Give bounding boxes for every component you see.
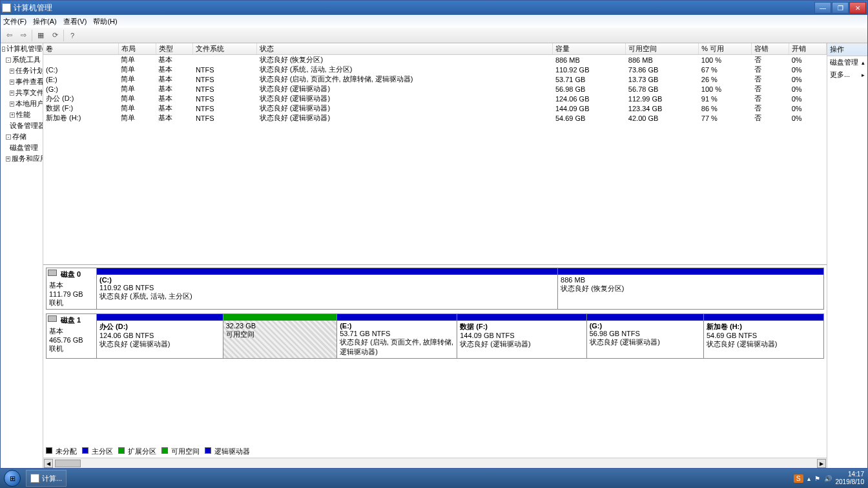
legend-item: 未分配 [46,447,77,456]
start-button[interactable]: ⊞ [0,469,25,488]
tree-toggle-icon[interactable]: - [2,47,5,52]
column-header[interactable]: 容错 [752,43,789,55]
tree-node[interactable]: +性能 [1,109,43,120]
tree-node[interactable]: -存储 [1,131,43,142]
partition-title: 数据 (F:) [460,323,488,330]
tree-toggle-icon[interactable]: + [6,156,10,162]
cell: (G:) [43,84,118,94]
disk-icon [48,315,57,322]
help-icon[interactable]: ? [67,30,78,41]
tree-node[interactable]: +服务和应用程 [1,153,43,164]
tree-toggle-icon[interactable]: - [6,58,11,63]
column-header[interactable]: % 可用 [699,43,752,55]
scroll-thumb[interactable] [55,460,81,467]
cell: 0% [789,84,827,94]
scroll-right-icon[interactable]: ▶ [817,459,826,468]
volume-row[interactable]: (E:)简单基本NTFS状态良好 (启动, 页面文件, 故障转储, 逻辑驱动器)… [43,74,827,84]
taskbar[interactable]: ⊞ 计算... S ▴ ⚑ 🔊 14:17 2019/8/10 [0,469,868,488]
partition[interactable]: (G:)56.98 GB NTFS状态良好 (逻辑驱动器) [587,314,704,358]
tree-toggle-icon[interactable]: + [10,112,15,118]
tree-node[interactable]: +共享文件夹 [1,87,43,98]
cell: 否 [752,55,789,65]
partition-status: 可用空间 [226,330,254,338]
disk-graphical-view[interactable]: 磁盘 0基本111.79 GB联机(C:)110.92 GB NTFS状态良好 … [43,264,827,458]
cell: 基本 [156,65,193,74]
column-header[interactable]: 容量 [553,43,626,55]
tree-node[interactable]: -系统工具 [1,54,43,65]
tree-toggle-icon[interactable]: - [6,134,11,140]
titlebar[interactable]: 计算机管理 — ❐ ✕ [1,1,867,15]
nav-back-icon[interactable]: ⇦ [3,30,15,41]
view-icon[interactable]: ▦ [35,30,46,41]
partition[interactable]: 数据 (F:)144.09 GB NTFS状态良好 (逻辑驱动器) [457,314,586,358]
close-button[interactable]: ✕ [849,2,866,14]
volume-row[interactable]: 办公 (D:)简单基本NTFS状态良好 (逻辑驱动器)124.06 GB112.… [43,94,827,103]
disk-info[interactable]: 磁盘 1基本465.76 GB联机 [46,313,96,359]
column-header[interactable]: 文件系统 [193,43,257,55]
column-header[interactable]: 卷 [43,43,118,55]
partition-header-bar [97,268,557,275]
flag-icon[interactable]: ⚑ [814,475,820,482]
column-header[interactable]: 开销 [789,43,827,55]
volume-row[interactable]: (G:)简单基本NTFS状态良好 (逻辑驱动器)56.98 GB56.78 GB… [43,84,827,94]
partition[interactable]: 886 MB状态良好 (恢复分区) [558,268,823,309]
cell: 0% [789,94,827,103]
column-header[interactable]: 类型 [156,43,193,55]
tree-node[interactable]: +本地用户和 [1,98,43,109]
menu-help[interactable]: 帮助(H) [93,17,117,27]
refresh-icon[interactable]: ⟳ [49,30,61,41]
partition[interactable]: 新加卷 (H:)54.69 GB NTFS状态良好 (逻辑驱动器) [704,314,823,358]
cell: 77 % [699,113,752,123]
column-header[interactable]: 可用空间 [626,43,699,55]
menu-file[interactable]: 文件(F) [3,17,26,27]
column-header[interactable]: 布局 [118,43,156,55]
volume-row[interactable]: 新加卷 (H:)简单基本NTFS状态良好 (逻辑驱动器)54.69 GB42.0… [43,113,827,123]
disk-info[interactable]: 磁盘 0基本111.79 GB联机 [46,268,96,310]
volume-row[interactable]: (C:)简单基本NTFS状态良好 (系统, 活动, 主分区)110.92 GB7… [43,65,827,74]
tree-toggle-icon[interactable]: + [10,80,14,85]
tree-node[interactable]: 磁盘管理 [1,142,43,153]
partition[interactable]: 办公 (D:)124.06 GB NTFS状态良好 (逻辑驱动器) [97,314,223,358]
ime-icon[interactable]: S [794,474,803,483]
menu-action[interactable]: 操作(A) [33,17,57,27]
minimize-button[interactable]: — [814,2,831,14]
actions-more[interactable]: 更多...▸ [827,69,867,81]
taskbar-item[interactable]: 计算... [26,470,67,487]
volume-row[interactable]: 数据 (F:)简单基本NTFS状态良好 (逻辑驱动器)144.09 GB123.… [43,103,827,113]
cell: 100 % [699,55,752,65]
tray-chevron-icon[interactable]: ▴ [807,475,811,482]
tree-node[interactable]: 设备管理器 [1,120,43,131]
nav-tree[interactable]: -计算机管理(本-系统工具+任务计划程+事件查看器+共享文件夹+本地用户和+性能… [1,43,43,468]
system-tray[interactable]: S ▴ ⚑ 🔊 14:17 2019/8/10 [790,471,868,486]
cell: 0% [789,113,827,123]
legend-item: 可用空间 [161,447,200,456]
actions-group[interactable]: 磁盘管理▴ [827,56,867,69]
partition[interactable]: (E:)53.71 GB NTFS状态良好 (启动, 页面文件, 故障转储, 逻… [337,314,457,358]
tree-toggle-icon[interactable]: + [10,69,14,74]
nav-fwd-icon[interactable]: ⇨ [17,30,29,41]
tree-node[interactable]: -计算机管理(本 [1,43,43,54]
cell: 56.78 GB [626,84,699,94]
partition[interactable]: (C:)110.92 GB NTFS状态良好 (系统, 活动, 主分区) [97,268,558,309]
scrollbar[interactable]: ◀ ▶ [43,458,827,468]
clock[interactable]: 14:17 2019/8/10 [836,471,865,486]
volume-list[interactable]: 卷布局类型文件系统状态容量可用空间% 可用容错开销简单基本状态良好 (恢复分区)… [43,43,827,264]
maximize-button[interactable]: ❐ [832,2,849,14]
tree-toggle-icon[interactable]: + [10,101,14,107]
cell [193,55,257,65]
separator [63,30,64,41]
tree-node[interactable]: +任务计划程 [1,65,43,76]
volume-icon[interactable]: 🔊 [824,475,832,482]
menu-view[interactable]: 查看(V) [63,17,87,27]
column-header[interactable]: 状态 [257,43,553,55]
tree-toggle-icon[interactable]: + [10,90,14,96]
partition-size: 886 MB [561,276,585,284]
partition-header-bar [457,314,586,321]
scroll-left-icon[interactable]: ◀ [44,459,53,468]
volume-row[interactable]: 简单基本状态良好 (恢复分区)886 MB886 MB100 %否0% [43,55,827,65]
tree-node[interactable]: +事件查看器 [1,76,43,87]
partition[interactable]: 32.23 GB可用空间 [223,314,338,358]
partition-size: 124.06 GB NTFS [99,332,154,339]
cell: 简单 [118,84,156,94]
cell: NTFS [193,103,257,113]
